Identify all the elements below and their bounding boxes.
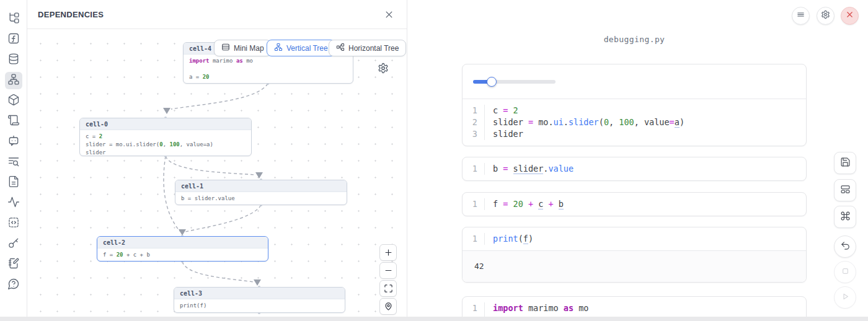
chat-bot-icon: [7, 134, 20, 149]
panel-title: DEPENDENCIES: [38, 10, 104, 19]
layout-button[interactable]: [834, 179, 856, 201]
file-tree-icon: [7, 12, 20, 27]
zoom-out-button[interactable]: [379, 262, 397, 279]
sidebar-item-ai-chat[interactable]: [5, 133, 22, 151]
notebook-cell-slider[interactable]: 1c = 22slider = mo.ui.slider(0, 100, val…: [462, 64, 807, 146]
slider-widget[interactable]: [473, 77, 556, 87]
node-title: cell-3: [174, 288, 345, 299]
graph-node-cell-1[interactable]: cell-1 b = slider.value: [175, 180, 347, 205]
notebook-cell-f[interactable]: 1f = 20 + c + b: [462, 192, 807, 216]
shutdown-button[interactable]: [841, 7, 859, 25]
sidebar-item-file-explorer[interactable]: [5, 11, 22, 28]
code-text[interactable]: print(f): [485, 233, 533, 245]
notebook-cell-print[interactable]: 1print(f) 42: [462, 227, 807, 283]
dependency-graph-canvas[interactable]: cell-4 import marimo as mo a = 20 cell-0…: [27, 29, 407, 321]
code-snippet-icon: [7, 216, 20, 231]
file-text-icon: [7, 175, 20, 190]
notebook-settings-button[interactable]: [817, 7, 835, 25]
code-text[interactable]: b = slider.value: [485, 163, 574, 175]
line-number: 1: [463, 302, 485, 314]
code-text[interactable]: slider = mo.ui.slider(0, 100, value=a): [485, 117, 684, 128]
list-search-icon: [7, 155, 20, 170]
node-code: f = 20 + c + b: [97, 248, 268, 261]
node-title: cell-0: [80, 118, 251, 130]
line-number: 1: [463, 198, 485, 210]
horizontal-tree-view-button[interactable]: Horizontal Tree: [329, 40, 406, 56]
slider-handle[interactable]: [487, 77, 497, 87]
notebook-cell-b[interactable]: 1b = slider.value: [462, 157, 807, 181]
run-button[interactable]: [834, 286, 856, 309]
sidebar-item-datasources[interactable]: [5, 51, 22, 69]
code-line[interactable]: 1import marimo as mo: [463, 302, 806, 314]
notebook-filename: debugging.py: [462, 35, 807, 44]
panel-close-button[interactable]: [382, 7, 396, 21]
help-bubble-icon: [7, 278, 20, 292]
code-text[interactable]: import marimo as mo: [485, 302, 588, 314]
code-line[interactable]: 1f = 20 + c + b: [463, 198, 806, 210]
sidebar-item-tracing[interactable]: [5, 195, 22, 212]
close-icon: [845, 10, 854, 22]
fit-view-button[interactable]: [379, 280, 397, 297]
sidebar-item-dependency-graph[interactable]: [5, 72, 22, 89]
node-code-line: b = slider.value: [181, 195, 341, 203]
marimo-app: DEPENDENCIES: [0, 0, 868, 321]
keyboard-shortcuts-button[interactable]: [834, 206, 856, 228]
sidebar-item-secrets[interactable]: [5, 235, 22, 253]
vertical-tree-view-label: Vertical Tree: [286, 44, 328, 53]
notebook-menu-button[interactable]: [792, 7, 810, 25]
node-code: import marimo as mo a = 20: [184, 55, 353, 83]
zoom-in-button[interactable]: [379, 244, 397, 261]
node-code: c = 2slider = mo.ui.slider(0, 100, value…: [80, 130, 251, 156]
node-code-line: [189, 65, 347, 73]
sidebar-item-scratchpad[interactable]: [5, 256, 22, 273]
cell-code[interactable]: 1c = 22slider = mo.ui.slider(0, 100, val…: [463, 99, 806, 146]
code-line[interactable]: 1b = slider.value: [463, 163, 806, 175]
sidebar-item-packages[interactable]: [5, 92, 22, 110]
command-icon: [840, 211, 851, 224]
stop-button[interactable]: [834, 261, 856, 283]
graph-node-cell-3[interactable]: cell-3 print(f): [174, 287, 345, 313]
locate-cell-button[interactable]: [379, 298, 397, 315]
code-line[interactable]: 2slider = mo.ui.slider(0, 100, value=a): [463, 117, 806, 128]
notebook-area: debugging.py 1c = 22slider = mo.ui.slide…: [407, 0, 868, 321]
sidebar-item-documentation[interactable]: [5, 174, 22, 191]
vertical-tree-view-button[interactable]: Vertical Tree: [267, 40, 335, 56]
minimap-view-button[interactable]: Mini Map: [214, 40, 272, 56]
save-icon: [840, 157, 851, 170]
graph-node-cell-2[interactable]: cell-2 f = 20 + c + b: [97, 236, 268, 262]
menu-icon: [796, 10, 805, 22]
sidebar-item-snippets[interactable]: [5, 215, 22, 232]
sidebar-item-logs[interactable]: [5, 113, 22, 130]
cell-code[interactable]: 1b = slider.value: [463, 157, 806, 180]
node-code: print(f): [174, 299, 345, 312]
undo-button[interactable]: [834, 235, 856, 258]
save-button[interactable]: [834, 152, 856, 174]
node-code-line: slider: [86, 149, 246, 156]
sidebar-item-help[interactable]: [5, 276, 22, 294]
minimap-icon: [221, 43, 230, 53]
window-bottom-edge: [0, 317, 868, 321]
cell-code[interactable]: 1print(f): [463, 227, 806, 250]
code-line[interactable]: 1c = 2: [463, 105, 806, 117]
line-number: 2: [463, 117, 485, 128]
graph-settings-button[interactable]: [378, 63, 389, 74]
cell-output-slider: [463, 64, 806, 99]
node-title: cell-2: [97, 237, 268, 248]
key-icon: [7, 237, 20, 252]
sidebar-item-functions[interactable]: [5, 31, 22, 48]
cell-output-text: 42: [463, 250, 806, 282]
node-code: b = slider.value: [175, 192, 347, 204]
sidebar-item-variable-search[interactable]: [5, 154, 22, 171]
code-line[interactable]: 3slider: [463, 128, 806, 140]
graph-node-cell-0[interactable]: cell-0 c = 2slider = mo.ui.slider(0, 100…: [79, 118, 252, 156]
minimap-view-label: Mini Map: [234, 44, 264, 53]
gear-icon: [821, 10, 830, 22]
code-text[interactable]: c = 2: [485, 105, 518, 117]
dependencies-panel-header: DEPENDENCIES: [27, 0, 407, 29]
code-line[interactable]: 1print(f): [463, 233, 806, 245]
code-text[interactable]: f = 20 + c + b: [485, 198, 564, 210]
code-text[interactable]: slider: [485, 128, 523, 140]
line-number: 3: [463, 128, 485, 140]
cell-code[interactable]: 1f = 20 + c + b: [463, 193, 806, 216]
horizontal-tree-icon: [336, 43, 345, 53]
